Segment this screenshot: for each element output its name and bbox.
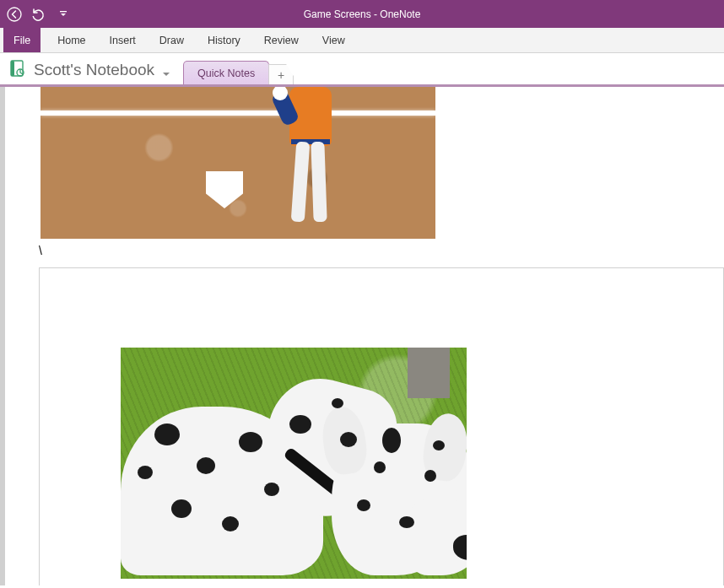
quick-access-toolbar: [7, 7, 68, 22]
svg-rect-1: [60, 11, 67, 12]
notebook-name: Scott's Notebook: [34, 61, 154, 79]
chevron-down-icon: [161, 65, 171, 75]
tab-file[interactable]: File: [3, 28, 41, 52]
ribbon-tabs: File Home Insert Draw History Review Vie…: [0, 28, 724, 53]
inserted-image-dalmatian[interactable]: [121, 348, 467, 579]
svg-rect-3: [11, 61, 14, 76]
add-section-button[interactable]: +: [268, 64, 294, 84]
section-bar: Scott's Notebook Quick Notes +: [0, 53, 724, 87]
notebook-dropdown[interactable]: Scott's Notebook: [34, 61, 171, 79]
undo-icon[interactable]: [30, 7, 46, 22]
note-container[interactable]: [39, 267, 724, 585]
tab-view[interactable]: View: [311, 28, 357, 52]
inserted-image-baseball[interactable]: [41, 87, 435, 239]
tab-review[interactable]: Review: [252, 28, 311, 52]
section-tab-quick-notes[interactable]: Quick Notes: [183, 61, 269, 84]
tab-home[interactable]: Home: [46, 28, 97, 52]
page-surface[interactable]: \: [5, 87, 724, 585]
tab-draw[interactable]: Draw: [148, 28, 196, 52]
tab-insert[interactable]: Insert: [98, 28, 148, 52]
notebook-icon[interactable]: [8, 59, 27, 78]
window-title: Game Screens - OneNote: [0, 8, 724, 20]
page-text[interactable]: \: [39, 244, 42, 257]
svg-point-0: [8, 8, 21, 21]
back-icon[interactable]: [7, 7, 22, 22]
tab-history[interactable]: History: [196, 28, 252, 52]
title-bar: Game Screens - OneNote: [0, 0, 724, 28]
page-canvas[interactable]: \: [0, 87, 724, 585]
customize-qat-icon[interactable]: [59, 10, 68, 19]
